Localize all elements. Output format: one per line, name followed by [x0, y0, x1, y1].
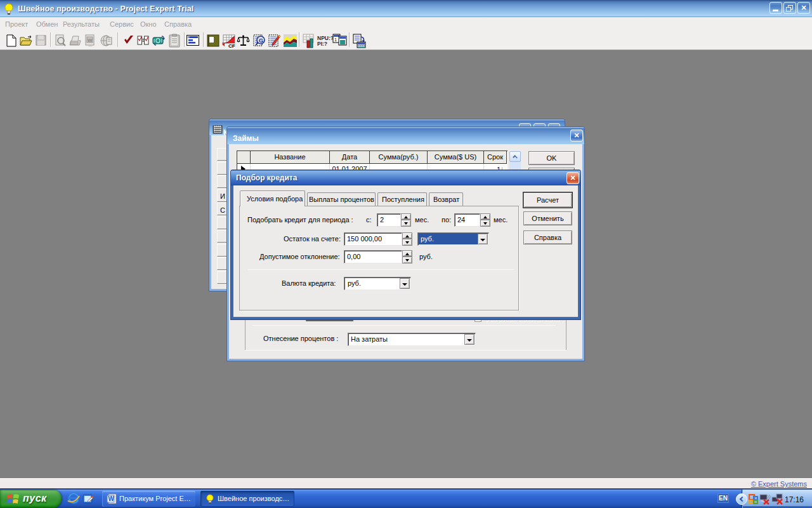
svg-text:G: G [259, 37, 263, 44]
svg-text:1: 1 [334, 37, 337, 42]
svg-text:W: W [108, 495, 115, 502]
svg-text:W: W [88, 37, 93, 43]
svg-text:PI:?: PI:? [317, 41, 327, 46]
svg-text:CF: CF [228, 43, 235, 48]
